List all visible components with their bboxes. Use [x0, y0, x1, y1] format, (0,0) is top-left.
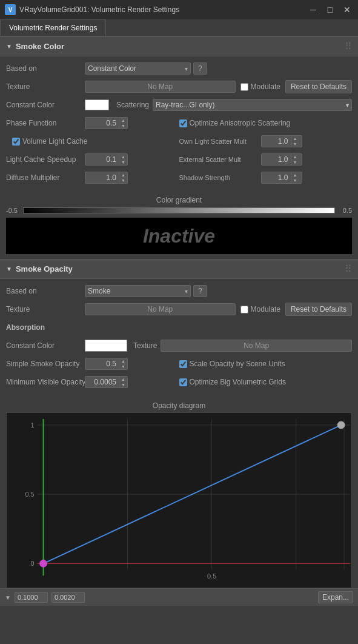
phase-function-input[interactable]: [85, 118, 119, 129]
absorption-color-swatch[interactable]: [85, 340, 127, 352]
scale-opacity-label[interactable]: Scale Opacity by Scene Units: [179, 360, 285, 368]
svg-text:0: 0: [31, 560, 35, 567]
simple-smoke-opacity-input[interactable]: [85, 358, 119, 369]
diffuse-mult-spinner[interactable]: ▲ ▼: [85, 172, 128, 184]
shadow-strength-spinner[interactable]: ▲ ▼: [261, 172, 302, 184]
minimize-button[interactable]: ─: [307, 4, 319, 16]
volume-light-cache-label[interactable]: Volume Light Cache: [12, 137, 87, 146]
light-cache-spinner[interactable]: ▲ ▼: [85, 153, 128, 166]
simple-smoke-opacity-spinner[interactable]: ▲ ▼: [85, 358, 128, 370]
own-light-scatter-arrows: ▲ ▼: [291, 136, 299, 147]
min-visible-up[interactable]: ▲: [119, 377, 127, 382]
external-scatter-down[interactable]: ▼: [291, 159, 299, 165]
optimize-label: Optimize Anisotropic Scattering: [190, 119, 291, 127]
light-cache-up[interactable]: ▲: [119, 154, 127, 159]
external-scatter-col: External Scatter Mult ▲ ▼: [179, 152, 353, 170]
diffuse-mult-input[interactable]: [85, 172, 119, 183]
modulate-checkbox[interactable]: [240, 83, 248, 91]
gradient-right-tick: 0.5: [337, 207, 352, 214]
opacity-modulate-checkbox[interactable]: [240, 306, 248, 314]
texture-no-map[interactable]: No Map: [85, 81, 236, 93]
phase-function-spin-up[interactable]: ▲: [119, 118, 127, 123]
optimize-big-label[interactable]: Optimize Big Volumetric Grids: [179, 378, 286, 386]
tab-volumetric-render-settings[interactable]: Volumetric Render Settings: [0, 19, 106, 36]
opacity-texture-no-map[interactable]: No Map: [85, 303, 236, 315]
shadow-strength-down[interactable]: ▼: [291, 178, 299, 183]
smoke-color-header[interactable]: ▼ Smoke Color ⠿: [0, 36, 358, 56]
tab-bar: Volumetric Render Settings: [0, 19, 358, 36]
light-cache-inner: Light Cache Speedup ▲ ▼: [6, 152, 179, 167]
scale-opacity-col: Scale Opacity by Scene Units: [179, 357, 353, 375]
own-light-scatter-inner: Own Light Scatter Mult ▲ ▼: [179, 134, 353, 149]
phase-function-spinner[interactable]: ▲ ▼: [85, 117, 128, 129]
external-scatter-inner: External Scatter Mult ▲ ▼: [179, 152, 353, 167]
maximize-button[interactable]: □: [324, 4, 336, 16]
scattering-select[interactable]: Ray-trac...GI only): [156, 101, 346, 109]
opacity-diagram-canvas: 1 0.5 0 0.5: [6, 412, 352, 588]
min-visible-opacity-input[interactable]: [85, 377, 119, 387]
texture-row: Texture No Map Modulate Reset to Default…: [6, 79, 352, 94]
expand-button[interactable]: Expan...: [318, 591, 353, 603]
opacity-based-on-dropdown[interactable]: Smoke ▾: [85, 285, 191, 297]
own-light-scatter-down[interactable]: ▼: [291, 141, 299, 147]
smoke-opacity-collapse-icon: ▼: [6, 266, 12, 272]
external-scatter-spinner[interactable]: ▲ ▼: [261, 153, 302, 166]
shadow-strength-input[interactable]: [262, 172, 291, 183]
phase-function-spin-down[interactable]: ▼: [119, 123, 127, 129]
diffuse-mult-down[interactable]: ▼: [119, 178, 127, 183]
smoke-opacity-reset-button[interactable]: Reset to Defaults: [285, 303, 352, 316]
scale-opacity-checkbox[interactable]: [179, 360, 187, 368]
smoke-color-reset-button[interactable]: Reset to Defaults: [285, 80, 352, 93]
external-scatter-up[interactable]: ▲: [291, 154, 299, 159]
min-visible-down[interactable]: ▼: [119, 382, 127, 387]
optimize-big-text: Optimize Big Volumetric Grids: [190, 378, 286, 386]
own-light-scatter-input[interactable]: [262, 136, 291, 147]
light-cache-speedup-label: Light Cache Speedup: [6, 155, 85, 164]
light-cache-speedup-input[interactable]: [85, 154, 119, 165]
optimize-checkbox-label[interactable]: Optimize Anisotropic Scattering: [179, 119, 291, 127]
min-visible-opacity-spinner[interactable]: ▲ ▼: [85, 376, 128, 388]
opacity-diagram-svg[interactable]: 1 0.5 0 0.5: [6, 412, 352, 588]
min-visible-opacity-label: Minimum Visible Opacity: [6, 378, 85, 386]
constant-color-row: Constant Color Scattering Ray-trac...GI …: [6, 98, 352, 112]
expand-input-2[interactable]: [51, 592, 85, 603]
based-on-dropdown[interactable]: Constant Color ▾: [85, 62, 191, 75]
smoke-opacity-header[interactable]: ▼ Smoke Opacity ⠿: [0, 259, 358, 279]
color-gradient-bar[interactable]: [23, 207, 335, 213]
opacity-based-on-label: Based on: [6, 287, 85, 295]
absorption-texture-no-map[interactable]: No Map: [161, 340, 352, 352]
close-button[interactable]: ✕: [341, 4, 353, 16]
based-on-select[interactable]: Constant Color: [88, 64, 185, 73]
own-light-scatter-spinner[interactable]: ▲ ▼: [261, 135, 302, 147]
volume-light-cache-checkbox[interactable]: [12, 138, 20, 146]
expand-bar-arrow: ▼: [5, 594, 11, 601]
opacity-based-on-select[interactable]: Smoke: [88, 287, 185, 295]
diffuse-mult-up[interactable]: ▲: [119, 172, 127, 178]
volume-light-cache-text: Volume Light Cache: [22, 137, 87, 146]
min-visible-col: Minimum Visible Opacity ▲ ▼: [6, 375, 179, 393]
constant-color-swatch[interactable]: [85, 99, 109, 110]
simple-smoke-up[interactable]: ▲: [119, 358, 127, 364]
diffuse-mult-inner: Diffuse Multiplier ▲ ▼: [6, 170, 179, 185]
shadow-strength-up[interactable]: ▲: [291, 172, 299, 178]
smoke-opacity-drag-handle: ⠿: [345, 263, 352, 275]
inactive-overlay: Inactive: [6, 218, 352, 254]
simple-smoke-down[interactable]: ▼: [119, 364, 127, 369]
smoke-color-drag-handle: ⠿: [345, 41, 352, 52]
own-light-scatter-up[interactable]: ▲: [291, 136, 299, 141]
inactive-text: Inactive: [143, 225, 215, 247]
min-visible-inner: Minimum Visible Opacity ▲ ▼: [6, 375, 179, 389]
optimize-big-checkbox[interactable]: [179, 378, 187, 386]
app-icon: V: [5, 4, 16, 15]
light-cache-down[interactable]: ▼: [119, 159, 127, 165]
optimize-checkbox[interactable]: [179, 119, 187, 127]
diffuse-mult-col: Diffuse Multiplier ▲ ▼: [6, 170, 179, 189]
opacity-based-on-help-button[interactable]: ?: [193, 285, 207, 297]
based-on-help-button[interactable]: ?: [193, 62, 207, 75]
absorption-label: Absorption: [6, 323, 45, 332]
scattering-dropdown[interactable]: Ray-trac...GI only) ▾: [153, 99, 352, 111]
diffuse-mult-row: Diffuse Multiplier ▲ ▼ Shadow Strength: [6, 170, 352, 189]
expand-input-1[interactable]: [15, 592, 48, 603]
smoke-color-body: Based on Constant Color ▾ ? Texture No M…: [0, 56, 358, 193]
external-scatter-input[interactable]: [262, 154, 291, 165]
